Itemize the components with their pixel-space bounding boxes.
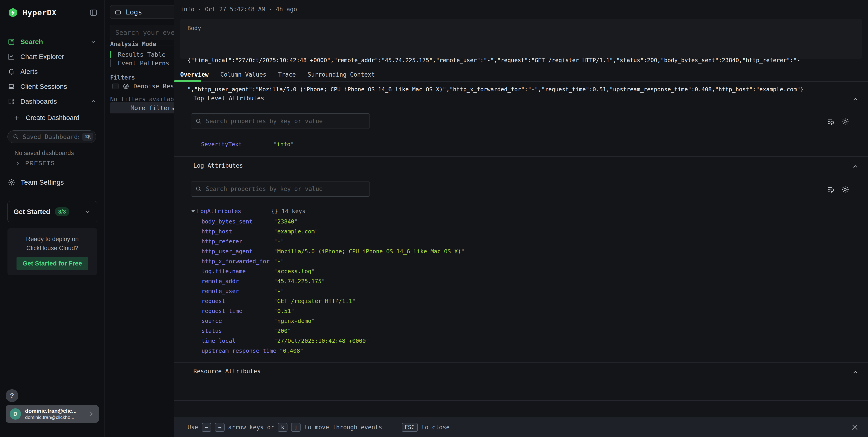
footer-use-text: Use xyxy=(187,424,198,431)
sidebar: HyperDX Search Chart Explorer Alerts Cli… xyxy=(0,0,105,437)
property-search-input[interactable] xyxy=(206,118,366,125)
tab-label: Overview xyxy=(180,71,209,78)
expander-icon[interactable] xyxy=(191,210,195,213)
attr-root-key[interactable]: LogAttributes xyxy=(197,208,271,214)
help-button[interactable]: ? xyxy=(6,389,18,402)
attr-key[interactable]: upstream_response_time xyxy=(202,347,280,354)
close-icon[interactable] xyxy=(851,423,859,431)
attr-key[interactable]: source xyxy=(202,318,274,324)
attribute-row: SeverityText info xyxy=(201,139,294,149)
attribute-row: http_user_agentMozilla/5.0 (iPhone; CPU … xyxy=(202,246,855,256)
create-dashboard-button[interactable]: Create Dashboard xyxy=(13,114,80,122)
attr-key[interactable]: http_host xyxy=(202,228,274,235)
tab-trace[interactable]: Trace xyxy=(272,68,302,81)
sidebar-item-dashboards[interactable]: Dashboards xyxy=(0,94,104,109)
wrap-lines-icon[interactable] xyxy=(827,117,835,126)
sidebar-item-search[interactable]: Search xyxy=(0,34,104,49)
attr-value[interactable]: access.log xyxy=(274,268,315,274)
property-search-input[interactable] xyxy=(206,186,366,192)
settings-gear-icon[interactable] xyxy=(841,117,849,126)
denoise-checkbox[interactable] xyxy=(113,83,119,89)
tab-surrounding-context[interactable]: Surrounding Context xyxy=(302,68,381,81)
attr-key[interactable]: time_local xyxy=(202,338,274,344)
event-search-input[interactable] xyxy=(115,29,174,36)
attr-key[interactable]: body_bytes_sent xyxy=(202,218,274,225)
source-select-value: Logs xyxy=(126,8,142,16)
settings-gear-icon[interactable] xyxy=(841,185,849,194)
logo-row: HyperDX xyxy=(8,6,98,19)
attr-key[interactable]: request xyxy=(202,298,274,304)
app-title: HyperDX xyxy=(23,8,57,17)
clickhouse-promo-card: Ready to deploy on ClickHouse Cloud? Get… xyxy=(7,228,97,275)
attr-key[interactable]: http_referer xyxy=(202,238,274,245)
attr-key[interactable]: status xyxy=(202,328,274,334)
hyperdx-logo-icon xyxy=(8,7,18,18)
active-indicator xyxy=(110,51,111,58)
no-saved-dashboards-text: No saved dashboards xyxy=(14,149,74,157)
attr-value[interactable]: info xyxy=(273,141,294,147)
attr-value[interactable]: - xyxy=(274,258,284,265)
attr-value[interactable]: 45.74.225.175 xyxy=(274,278,325,284)
attr-key[interactable]: remote_addr xyxy=(202,278,274,284)
sidebar-item-chart-explorer[interactable]: Chart Explorer xyxy=(0,49,104,64)
tab-label: Trace xyxy=(278,71,296,78)
attr-value[interactable]: - xyxy=(274,238,284,245)
collapse-section-icon[interactable] xyxy=(852,163,859,170)
wrap-lines-icon[interactable] xyxy=(827,185,835,194)
attr-value[interactable]: 200 xyxy=(274,328,291,334)
chevron-down-icon xyxy=(90,38,97,45)
attr-value[interactable]: example.com xyxy=(274,228,318,235)
attr-key[interactable]: SeverityText xyxy=(201,141,273,147)
collapse-section-icon[interactable] xyxy=(852,369,859,376)
section-divider xyxy=(174,400,868,401)
attr-key[interactable]: log.file.name xyxy=(202,268,274,274)
inactive-indicator xyxy=(110,60,111,67)
attr-key[interactable]: http_x_forwarded_for xyxy=(202,258,274,265)
sidebar-item-team-settings[interactable]: Team Settings xyxy=(8,178,64,186)
no-filters-text: No filters available xyxy=(110,96,174,103)
tab-column-values[interactable]: Column Values xyxy=(214,68,272,81)
log-detail-drawer: info · Oct 27 5:42:48 AM · 4h ago Body {… xyxy=(174,0,868,437)
mode-results-table[interactable]: Results Table xyxy=(110,50,169,59)
collapse-section-icon[interactable] xyxy=(852,96,859,103)
presets-toggle[interactable]: PRESETS xyxy=(15,160,55,167)
attr-value[interactable]: GET /register HTTP/1.1 xyxy=(274,298,355,304)
saved-dashboards-search[interactable]: Saved Dashboards ⌘K xyxy=(7,130,96,143)
create-dashboard-label: Create Dashboard xyxy=(26,114,80,122)
attribute-row: body_bytes_sent23840 xyxy=(202,216,855,226)
attr-key[interactable]: http_user_agent xyxy=(202,248,274,255)
saved-dashboards-placeholder: Saved Dashboards xyxy=(23,133,79,140)
attribute-row: upstream_response_time0.408 xyxy=(202,346,855,356)
footer-move-text: to move through events xyxy=(304,424,382,431)
attr-key[interactable]: request_time xyxy=(202,308,274,314)
sidebar-item-alerts[interactable]: Alerts xyxy=(0,64,104,79)
mode-event-patterns[interactable]: Event Patterns xyxy=(110,59,169,67)
more-filters-button[interactable]: More filters xyxy=(110,102,174,113)
filters-title: Filters xyxy=(110,74,135,81)
source-select[interactable]: Logs xyxy=(110,5,174,19)
sidebar-collapse-icon[interactable] xyxy=(89,8,98,17)
attr-value[interactable]: 27/Oct/2025:10:42:48 +0000 xyxy=(274,338,369,344)
attr-value[interactable]: - xyxy=(274,288,284,295)
attr-root-meta: {} 14 keys xyxy=(271,208,305,214)
user-menu[interactable]: D dominic.tran@clic... dominic.tran@clic… xyxy=(6,405,99,423)
tab-overview[interactable]: Overview xyxy=(174,68,214,81)
attr-value[interactable]: 0.408 xyxy=(280,347,303,354)
attribute-row: requestGET /register HTTP/1.1 xyxy=(202,296,855,306)
get-started-accordion[interactable]: Get Started 3/3 xyxy=(7,201,97,222)
attr-key[interactable]: remote_user xyxy=(202,288,274,295)
attr-value[interactable]: 0.51 xyxy=(274,308,294,314)
attr-value[interactable]: 23840 xyxy=(274,218,298,225)
attr-value[interactable]: Mozilla/5.0 (iPhone; CPU iPhone OS 14_6 … xyxy=(274,248,465,255)
sidebar-item-client-sessions[interactable]: Client Sessions xyxy=(0,79,104,94)
sidebar-item-label: Search xyxy=(20,38,43,46)
get-started-free-button[interactable]: Get Started for Free xyxy=(17,257,88,270)
event-header: info · Oct 27 5:42:48 AM · 4h ago xyxy=(180,6,297,13)
section-title-resource: Resource Attributes xyxy=(193,368,260,375)
attribute-row: log.file.nameaccess.log xyxy=(202,266,855,276)
denoise-results-toggle[interactable]: Denoise Results xyxy=(113,83,174,90)
plus-icon xyxy=(13,115,20,121)
attr-value[interactable]: nginx-demo xyxy=(274,318,315,324)
search-icon xyxy=(195,186,202,192)
property-search-box xyxy=(191,181,370,197)
